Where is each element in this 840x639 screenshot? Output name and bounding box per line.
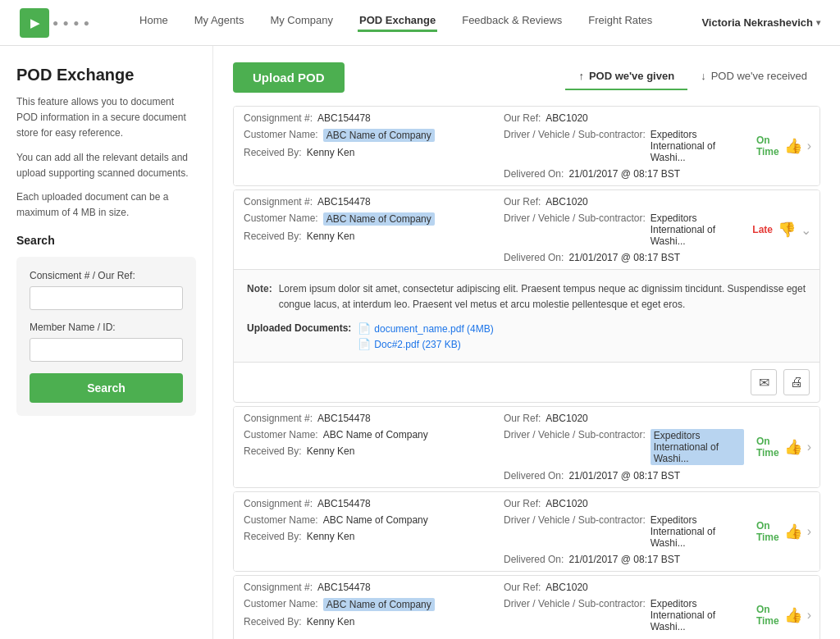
uploaded-docs-label: Uploaded Documents: (247, 322, 351, 334)
received-field-label: Received By: (244, 147, 302, 158)
nav-pod-exchange[interactable]: POD Exchange (358, 14, 437, 32)
customer-field-label: Customer Name: (244, 429, 318, 440)
search-button[interactable]: Search (30, 373, 183, 403)
customer-field-label: Customer Name: (244, 514, 318, 526)
record-left-cell: Consignment #: ABC154478 Customer Name: … (234, 576, 494, 639)
nav-my-company[interactable]: My Company (268, 14, 335, 32)
doc-icon: 📄 (358, 338, 371, 350)
expand-icon[interactable]: › (807, 524, 811, 539)
document-link-1[interactable]: 📄 document_name.pdf (4MB) (358, 322, 493, 335)
consignment-field-value: ABC154478 (317, 196, 371, 208)
record-status: On Time 👍 › (754, 432, 819, 462)
member-input[interactable] (30, 338, 183, 362)
consignment-field-label: Consignment #: (244, 582, 313, 593)
record-status: On Time 👍 › (754, 600, 819, 630)
action-bar: ✉ 🖨 (234, 362, 819, 402)
status-badge: On Time (756, 436, 779, 459)
record-row: Consignment #: ABC154478 Customer Name: … (234, 576, 819, 639)
received-field-label: Received By: (244, 531, 302, 542)
tab-given-arrow-icon: ↑ (578, 70, 584, 82)
expand-icon[interactable]: › (807, 608, 811, 623)
consignment-label: Consicment # / Our Ref: (30, 270, 183, 281)
driver-field-value: Expeditors International of Washi... (651, 429, 744, 465)
driver-field-label: Driver / Vehicle / Sub-contractor: (504, 212, 646, 247)
record-card: Consignment #: ABC154478 Customer Name: … (233, 406, 820, 488)
user-menu[interactable]: Victoria Nekrashevich ▾ (701, 16, 820, 29)
thumbs-up-icon: 👍 (784, 606, 802, 624)
record-row: Consignment #: ABC154478 Customer Name: … (234, 407, 819, 487)
doc-icon: 📄 (358, 322, 371, 335)
received-field-value: Kenny Ken (307, 147, 355, 158)
received-field-value: Kenny Ken (307, 616, 355, 628)
tab-bar: ↑ POD we've given ↓ POD we've received (565, 65, 820, 90)
consignment-field-value: ABC154478 (317, 498, 371, 509)
note-label: Note: (247, 281, 272, 313)
ourref-field-value: ABC1020 (546, 498, 587, 509)
navbar: ▶ ● ● ● ● Home My Agents My Company POD … (0, 0, 840, 46)
ourref-field-label: Our Ref: (504, 413, 541, 424)
delivered-field-value: 21/01/2017 @ 08:17 BST (568, 252, 680, 263)
sidebar-desc-3: Each uploaded document can be a maximum … (16, 189, 196, 221)
note-text: Lorem ipsum dolor sit amet, consectetur … (279, 281, 806, 313)
customer-field-label: Customer Name: (244, 129, 318, 142)
record-right-cell: Our Ref: ABC1020 Driver / Vehicle / Sub-… (494, 107, 754, 185)
record-card: Consignment #: ABC154478 Customer Name: … (233, 575, 820, 639)
ourref-field-label: Our Ref: (504, 582, 541, 593)
status-badge: On Time (756, 520, 779, 543)
driver-field-value: Expeditors International of Washi... (651, 129, 744, 163)
status-badge: On Time (756, 604, 779, 627)
received-field-label: Received By: (244, 616, 302, 628)
record-status: Late 👎 ⌄ (754, 217, 819, 242)
record-right-cell: Our Ref: ABC1020 Driver / Vehicle / Sub-… (494, 407, 754, 487)
tab-pod-given[interactable]: ↑ POD we've given (565, 65, 687, 90)
customer-field-value: ABC Name of Company (323, 514, 428, 526)
consignment-field-value: ABC154478 (317, 582, 371, 593)
delivered-field-value: 21/01/2017 @ 08:17 BST (568, 554, 680, 565)
nav-my-agents[interactable]: My Agents (193, 14, 246, 32)
status-badge: Late (752, 224, 773, 235)
record-row: Consignment #: ABC154478 Customer Name: … (234, 492, 819, 571)
expanded-section: Note: Lorem ipsum dolor sit amet, consec… (234, 269, 819, 362)
record-left-cell: Consignment #: ABC154478 Customer Name: … (234, 407, 494, 487)
delivered-field-label: Delivered On: (504, 470, 564, 482)
thumbs-up-icon: 👍 (784, 438, 802, 456)
upload-pod-button[interactable]: Upload POD (233, 62, 345, 93)
record-status: On Time 👍 › (754, 517, 819, 546)
thumbs-up-icon: 👍 (784, 137, 802, 155)
received-field-value: Kenny Ken (307, 531, 355, 542)
record-card: Consignment #: ABC154478 Customer Name: … (233, 491, 820, 572)
expand-icon[interactable]: ⌄ (801, 222, 811, 238)
driver-field-label: Driver / Vehicle / Sub-contractor: (504, 429, 646, 465)
expand-icon[interactable]: › (807, 440, 811, 454)
email-button[interactable]: ✉ (751, 369, 777, 395)
ourref-field-label: Our Ref: (504, 498, 541, 509)
nav-home[interactable]: Home (138, 14, 170, 32)
record-card: Consignment #: ABC154478 Customer Name: … (233, 106, 820, 186)
nav-feedback[interactable]: Feedback & Reviews (460, 14, 564, 32)
search-box: Consicment # / Our Ref: Member Name / ID… (16, 257, 196, 416)
print-button[interactable]: 🖨 (783, 369, 810, 395)
consignment-input[interactable] (30, 286, 183, 310)
tab-pod-received[interactable]: ↓ POD we've received (687, 65, 820, 90)
sidebar-title: POD Exchange (16, 66, 196, 84)
customer-field-value: ABC Name of Company (323, 129, 435, 142)
record-row: Consignment #: ABC154478 Customer Name: … (234, 190, 819, 269)
sidebar-desc-1: This feature allows you to document POD … (16, 94, 196, 142)
expand-icon[interactable]: › (807, 139, 811, 153)
record-card: Consignment #: ABC154478 Customer Name: … (233, 189, 820, 403)
thumbs-down-icon: 👎 (778, 221, 796, 239)
top-bar: Upload POD ↑ POD we've given ↓ POD we've… (233, 62, 820, 93)
received-field-value: Kenny Ken (307, 230, 355, 242)
document-link-2[interactable]: 📄 Doc#2.pdf (237 KB) (358, 338, 493, 350)
sidebar: POD Exchange This feature allows you to … (0, 46, 213, 639)
logo: ▶ ● ● ● ● (20, 8, 90, 38)
records-list: Consignment #: ABC154478 Customer Name: … (233, 106, 820, 639)
doc-name-2: Doc#2.pdf (237 KB) (374, 339, 460, 350)
consignment-field-label: Consignment #: (244, 498, 313, 509)
nav-freight-rates[interactable]: Freight Rates (587, 14, 654, 32)
customer-field-value: ABC Name of Company (323, 598, 435, 611)
driver-field-label: Driver / Vehicle / Sub-contractor: (504, 514, 646, 549)
record-left-cell: Consignment #: ABC154478 Customer Name: … (234, 190, 494, 269)
received-field-value: Kenny Ken (307, 445, 355, 457)
received-field-label: Received By: (244, 445, 302, 457)
